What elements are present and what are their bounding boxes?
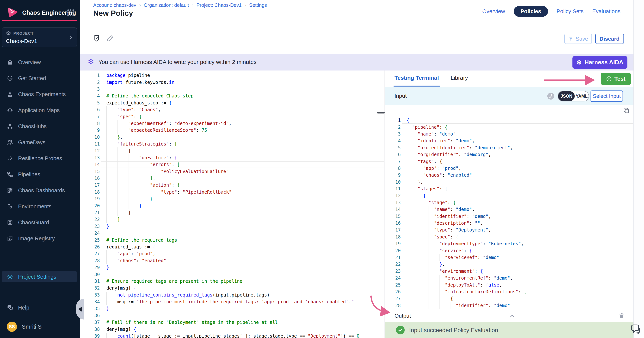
edit-pencil-icon[interactable] (106, 34, 114, 43)
code-line[interactable]: 8"experimentRef": "demo-experiment-id", (80, 120, 384, 127)
code-line[interactable]: 8"app": "prod", (385, 165, 634, 172)
code-line[interactable]: 24 (80, 230, 384, 237)
code-line[interactable]: 32deny[msg] { (80, 285, 384, 291)
code-line[interactable]: 31# Ensure required tags are present in … (80, 278, 384, 285)
chevron-up-icon[interactable] (508, 312, 516, 320)
code-line[interactable]: 39count([stage | stage := input.pipeline… (80, 333, 384, 338)
code-line[interactable]: 29} (80, 264, 384, 271)
page-scroll-gutter[interactable] (634, 0, 644, 338)
project-selector[interactable]: PROJECT Chaos-Dev1 (2, 28, 77, 47)
sidebar-item-project-settings[interactable]: Project Settings (2, 271, 77, 282)
sidebar-item-application-maps[interactable]: Application Maps (2, 105, 77, 116)
code-line[interactable]: 30 (80, 271, 384, 278)
code-line[interactable]: 23"environment": { (385, 268, 634, 275)
tab-overview[interactable]: Overview (482, 8, 505, 15)
code-line[interactable]: 4"identifier": "demo", (385, 137, 634, 144)
sidebar-item-pipelines[interactable]: Pipelines (2, 169, 77, 180)
json-yaml-toggle[interactable]: JSON YAML (558, 91, 589, 101)
code-line[interactable]: 20} (80, 202, 384, 209)
code-line[interactable]: 13"stage": { (385, 199, 634, 206)
code-line[interactable]: 3 (80, 86, 384, 93)
code-line[interactable]: 34msg := "The pipeline must include the … (80, 298, 384, 305)
breadcrumb-item[interactable]: Organization: default (144, 2, 189, 8)
code-line[interactable]: 24"environmentRef": "demo", (385, 275, 634, 281)
code-line[interactable]: 25# Define the required tags (80, 237, 384, 243)
rego-language-icon[interactable] (547, 92, 555, 100)
sidebar-item-gamedays[interactable]: GameDays (2, 137, 77, 148)
code-line[interactable]: 28"identifier": "demo" (385, 302, 634, 309)
code-line[interactable]: 19"deploymentType": "Kubernetes", (385, 240, 634, 247)
code-line[interactable]: 37# Fail if there is no "Deployment" sta… (80, 319, 384, 326)
sidebar-item-resilience-probes[interactable]: Resilience Probes (2, 153, 77, 164)
code-line[interactable]: 1{ (385, 117, 634, 124)
toggle-json[interactable]: JSON (558, 91, 575, 101)
code-line[interactable]: 14"name": "demo", (385, 206, 634, 213)
breadcrumb-item[interactable]: Settings (249, 2, 267, 8)
code-line[interactable]: 33not pipeline_contains_required_tags(in… (80, 292, 384, 298)
sidebar-item-image-registry[interactable]: Image Registry (2, 233, 77, 244)
input-json-editor[interactable]: 1{2"pipeline": {3"name": "demo",4"identi… (385, 117, 634, 309)
code-line[interactable]: 10}, (385, 179, 634, 185)
code-line[interactable]: 11"failureStrategies": [ (80, 141, 384, 147)
code-line[interactable]: 22}, (385, 261, 634, 268)
code-line[interactable]: 3"name": "demo", (385, 131, 634, 137)
code-line[interactable]: 36 (80, 312, 384, 319)
code-line[interactable]: 9"expectedResilienceScore": 75 (80, 127, 384, 134)
code-line[interactable]: 25"deployToAll": false, (385, 281, 634, 288)
code-line[interactable]: 15"identifier": "demo", (385, 213, 634, 220)
policy-code-editor[interactable]: 1package pipeline2import future.keywords… (80, 71, 384, 338)
trash-icon[interactable] (618, 312, 625, 319)
copy-icon[interactable] (623, 107, 630, 114)
code-line[interactable]: 19} (80, 195, 384, 202)
code-line[interactable]: 5"projectIdentifier": "demoproject", (385, 144, 634, 151)
code-line[interactable]: 7"spec": { (80, 113, 384, 120)
code-line[interactable]: 28"chaos": "enabled" (80, 257, 384, 264)
code-line[interactable]: 23} (80, 223, 384, 230)
sidebar-item-chaoshubs[interactable]: ChaosHubs (2, 121, 77, 132)
code-line[interactable]: 9"chaos": "enabled" (385, 172, 634, 179)
sidebar-item-environments[interactable]: Environments (2, 201, 77, 212)
toggle-yaml[interactable]: YAML (575, 94, 589, 99)
code-line[interactable]: 10}, (80, 134, 384, 141)
code-line[interactable]: 1package pipeline (80, 72, 384, 79)
test-button[interactable]: Test (601, 73, 631, 85)
panel-resize-handle[interactable] (377, 112, 385, 114)
code-line[interactable]: 38deny[msg] { (80, 326, 384, 332)
code-line[interactable]: 11"stages": [ (385, 185, 634, 192)
code-line[interactable]: 15"PolicyEvaluationFailure" (80, 168, 384, 175)
policy-check-icon[interactable] (93, 34, 100, 43)
code-line[interactable]: 18"spec": { (385, 234, 634, 240)
harness-logo-icon[interactable] (6, 7, 18, 19)
breadcrumb-item[interactable]: Account: chaos-dev (93, 2, 136, 8)
code-line[interactable]: 4# Define the expected Chaos step (80, 93, 384, 99)
tab-testing-terminal[interactable]: Testing Terminal (394, 75, 439, 81)
code-line[interactable]: 14"errors": [ (80, 161, 384, 168)
code-line[interactable]: 20"service": { (385, 247, 634, 254)
sidebar-item-chaos-dashboards[interactable]: Chaos Dashboards (2, 185, 77, 196)
code-line[interactable]: 18"type": "PipelineRollback" (80, 189, 384, 195)
sidebar-item-chaosguard[interactable]: ChaosGuard (2, 217, 77, 228)
sidebar-item-help[interactable]: ? Help (2, 302, 77, 313)
code-line[interactable]: 16], (80, 175, 384, 182)
code-line[interactable]: 2import future.keywords.in (80, 79, 384, 86)
sidebar-item-get-started[interactable]: Get Started (2, 73, 77, 84)
module-grid-icon[interactable] (66, 8, 75, 17)
code-line[interactable]: 22] (80, 216, 384, 223)
code-line[interactable]: 26"infrastructureDefinitions": [ (385, 288, 634, 295)
code-line[interactable]: 5expected_chaos_step := { (80, 100, 384, 106)
code-line[interactable]: 26required_tags := { (80, 244, 384, 250)
code-line[interactable]: 13"onFailure": { (80, 154, 384, 161)
sidebar-item-chaos-experiments[interactable]: Chaos Experiments (2, 89, 77, 100)
tab-evaluations[interactable]: Evaluations (592, 8, 620, 15)
user-menu[interactable]: SS Smriti S (7, 321, 42, 332)
discard-button[interactable]: Discard (595, 34, 624, 44)
code-line[interactable]: 17"type": "Deployment", (385, 227, 634, 233)
code-line[interactable]: 7"tags": { (385, 158, 634, 165)
code-line[interactable]: 12{ (80, 147, 384, 154)
code-line[interactable]: 27{ (385, 295, 634, 302)
tab-library[interactable]: Library (450, 75, 468, 81)
code-line[interactable]: 12{ (385, 192, 634, 199)
tab-policy-sets[interactable]: Policy Sets (557, 8, 584, 15)
sidebar-item-overview[interactable]: Overview (2, 57, 77, 68)
tab-policies[interactable]: Policies (514, 6, 548, 17)
